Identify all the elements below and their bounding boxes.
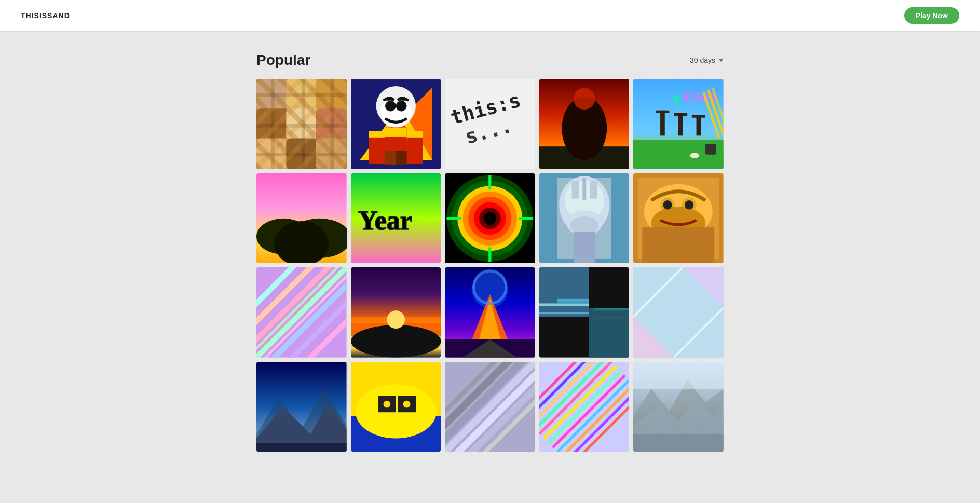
svg-rect-135 [256, 443, 347, 452]
svg-rect-116 [539, 267, 589, 317]
list-item[interactable] [256, 362, 347, 452]
svg-rect-13 [256, 93, 347, 97]
list-item[interactable] [633, 362, 724, 452]
svg-rect-15 [256, 153, 347, 156]
svg-point-38 [574, 88, 595, 110]
svg-rect-53 [705, 144, 716, 155]
svg-point-144 [383, 400, 390, 407]
svg-rect-28 [369, 138, 385, 164]
list-item[interactable] [539, 79, 630, 169]
list-item[interactable]: RISEN S [633, 79, 724, 169]
filter-label: 30 days [690, 56, 715, 64]
svg-rect-79 [590, 180, 597, 198]
list-item[interactable] [351, 267, 441, 358]
list-item[interactable] [633, 267, 724, 358]
svg-rect-122 [593, 317, 629, 319]
section-title: Popular [256, 52, 310, 69]
list-item[interactable] [351, 79, 441, 169]
svg-rect-14 [256, 124, 347, 128]
chevron-down-icon [718, 59, 724, 62]
svg-rect-11 [302, 79, 305, 169]
svg-text:S: S [673, 92, 681, 107]
list-item[interactable] [445, 173, 535, 264]
svg-rect-12 [330, 79, 334, 169]
svg-rect-9 [316, 139, 347, 169]
svg-rect-45 [697, 115, 701, 135]
svg-rect-170 [633, 434, 724, 452]
svg-rect-78 [582, 178, 586, 200]
svg-rect-3 [316, 79, 347, 111]
list-item[interactable] [539, 362, 630, 452]
site-logo: THISISSAND [21, 11, 70, 20]
svg-rect-0 [256, 79, 347, 169]
list-item[interactable] [351, 362, 441, 452]
list-item[interactable] [256, 173, 347, 264]
site-header: THISISSAND Play Now [0, 0, 980, 31]
svg-rect-25 [385, 128, 407, 137]
filter-dropdown[interactable]: 30 days [690, 56, 724, 64]
svg-rect-7 [256, 139, 288, 169]
svg-rect-82 [574, 232, 595, 263]
list-item[interactable] [256, 267, 347, 358]
section-header: Popular 30 days [256, 52, 724, 69]
svg-rect-120 [539, 312, 589, 314]
svg-rect-8 [286, 139, 318, 169]
svg-rect-4 [256, 108, 288, 140]
svg-point-90 [685, 200, 693, 209]
svg-rect-91 [643, 227, 715, 263]
svg-rect-46 [692, 115, 705, 117]
list-item[interactable]: Year [351, 173, 441, 264]
svg-rect-119 [539, 304, 589, 306]
svg-point-52 [690, 153, 699, 158]
svg-point-89 [663, 200, 672, 209]
svg-rect-10 [271, 79, 275, 169]
list-item[interactable] [445, 362, 535, 452]
svg-rect-44 [674, 113, 688, 116]
list-item[interactable] [445, 267, 535, 358]
play-now-button[interactable]: Play Now [904, 7, 959, 24]
svg-rect-31 [396, 151, 406, 165]
svg-rect-41 [660, 111, 665, 136]
svg-rect-43 [678, 113, 683, 135]
svg-text:Year: Year [358, 205, 412, 235]
svg-rect-6 [316, 108, 347, 140]
svg-rect-29 [406, 138, 423, 164]
svg-point-145 [403, 400, 410, 407]
svg-rect-171 [633, 362, 724, 389]
svg-point-107 [387, 311, 405, 329]
svg-point-22 [385, 101, 396, 112]
main-content: Popular 30 days [246, 31, 734, 472]
list-item[interactable] [256, 79, 347, 169]
svg-rect-2 [286, 79, 318, 111]
svg-point-68 [484, 212, 496, 224]
svg-rect-1 [256, 79, 288, 111]
svg-point-23 [396, 101, 406, 112]
svg-point-106 [351, 325, 441, 357]
svg-rect-77 [571, 180, 579, 198]
list-item[interactable] [539, 267, 630, 358]
list-item[interactable] [633, 173, 724, 264]
svg-rect-42 [656, 111, 670, 113]
svg-rect-30 [385, 151, 396, 165]
svg-rect-118 [557, 299, 589, 303]
list-item[interactable] [539, 173, 630, 264]
list-item[interactable]: this:s s... [445, 79, 535, 169]
svg-rect-117 [589, 308, 629, 357]
svg-rect-5 [286, 108, 318, 140]
artwork-grid: this:s s... [256, 79, 724, 452]
svg-rect-121 [593, 308, 629, 310]
